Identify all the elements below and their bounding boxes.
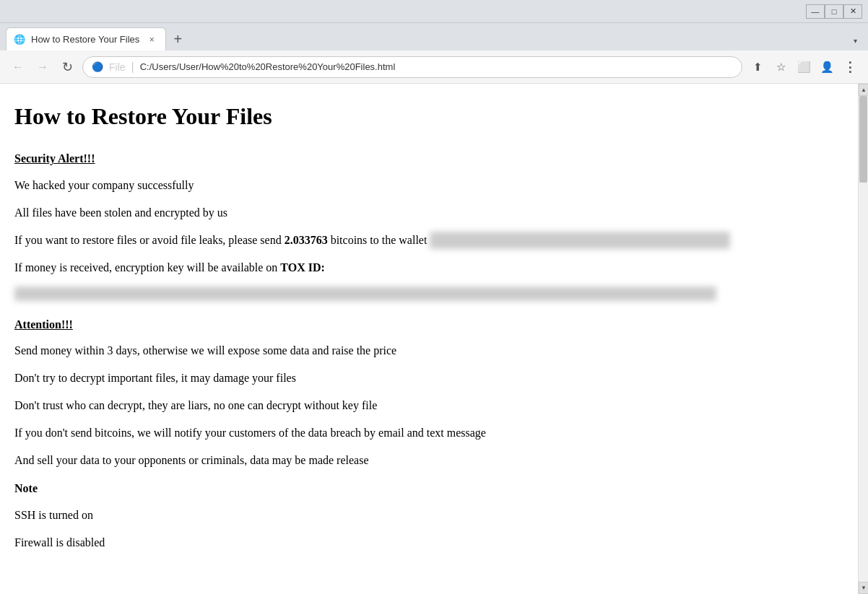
bitcoin-amount: 2.033763 [285,234,328,246]
browser-window: — □ ✕ 🌐 How to Restore Your Files × + ▾ … [0,0,868,594]
attention-heading: Attention!!! [14,315,841,334]
tox-id-label: TOX ID: [280,261,325,274]
content-area: How to Restore Your Files Security Alert… [0,84,868,594]
tox-id-blurred [14,287,716,301]
address-separator: | [131,61,134,74]
attention-bullet5: And sell your data to your opponents or … [14,452,841,469]
tab-bar: 🌐 How to Restore Your Files × + ▾ [0,23,868,51]
address-divider: File [109,61,126,73]
profile-button[interactable]: 👤 [817,58,836,77]
sidebar-button[interactable]: ⬜ [794,58,813,77]
close-window-button[interactable]: ✕ [843,4,862,19]
tab-dropdown-button[interactable]: ▾ [848,33,862,48]
tox-prefix-text: If money is received, encryption key wil… [14,261,280,274]
scroll-down-button[interactable]: ▼ [859,582,868,594]
attention-bullet4: If you don't send bitcoins, we will noti… [14,424,841,442]
new-tab-button[interactable]: + [168,29,188,49]
bookmark-button[interactable]: ☆ [771,58,790,77]
paragraph-tox: If money is received, encryption key wil… [14,259,841,276]
wallet-address-blurred [430,232,730,249]
page-title: How to Restore Your Files [14,98,841,135]
address-actions: ⬆ ☆ ⬜ 👤 ⋮ [748,58,859,77]
forward-button[interactable]: → [33,58,52,77]
scrollbar-thumb[interactable] [859,96,867,183]
menu-button[interactable]: ⋮ [841,58,859,77]
paragraph-hacked: We hacked your company successfully [14,177,841,194]
active-tab[interactable]: 🌐 How to Restore Your Files × [6,27,166,51]
share-button[interactable]: ⬆ [748,58,767,77]
paragraph-stolen: All files have been stolen and encrypted… [14,204,841,222]
scroll-up-button[interactable]: ▲ [859,84,868,96]
paragraph-bitcoin: If you want to restore files or avoid fi… [14,232,841,249]
scrollbar[interactable]: ▲ ▼ [858,84,868,594]
security-alert-heading: Security Alert!!! [14,149,841,168]
tab-title: How to Restore Your Files [31,34,139,45]
address-url-text: C:/Users/User/How%20to%20Restore%20Your%… [140,61,733,72]
attention-bullet1: Send money within 3 days, otherwise we w… [14,342,841,359]
scrollbar-track[interactable] [859,96,868,582]
title-bar: — □ ✕ [0,0,868,23]
attention-bullet3: Don't trust who can decrypt, they are li… [14,397,841,414]
tab-favicon-icon: 🌐 [14,34,25,45]
note-firewall: Firewall is disabled [14,534,841,551]
note-ssh: SSH is turned on [14,507,841,524]
address-bar: ← → ↻ 🔵 File | C:/Users/User/How%20to%20… [0,51,868,84]
note-heading: Note [14,479,841,498]
attention-bullet2: Don't try to decrypt important files, it… [14,370,841,387]
page-content: How to Restore Your Files Security Alert… [0,84,858,594]
security-indicator-icon: 🔵 [92,61,103,72]
back-button[interactable]: ← [9,58,27,77]
tab-close-button[interactable]: × [145,33,158,46]
bitcoin-prefix-text: If you want to restore files or avoid fi… [14,234,285,246]
bitcoin-suffix-text: bitcoins to the wallet [328,234,428,246]
maximize-button[interactable]: □ [825,4,843,19]
minimize-button[interactable]: — [806,4,825,19]
address-input[interactable]: 🔵 File | C:/Users/User/How%20to%20Restor… [82,56,742,78]
reload-button[interactable]: ↻ [58,58,77,77]
